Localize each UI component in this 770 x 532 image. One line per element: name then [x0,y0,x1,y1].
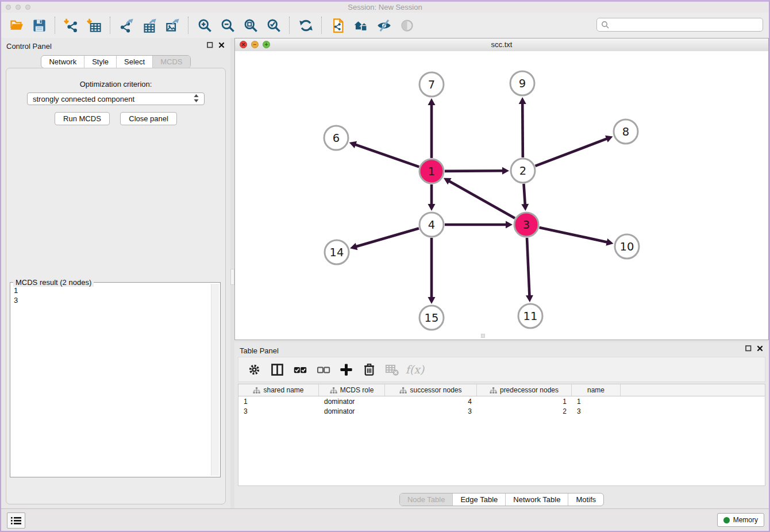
table-row[interactable]: 1dominator411 [238,396,765,406]
tab-edge-table[interactable]: Edge Table [452,494,505,506]
column-header-MCDS-role[interactable]: MCDS role [319,384,385,396]
edge-3-10[interactable] [539,228,608,242]
export-network-icon[interactable] [115,15,138,36]
import-network-icon[interactable] [60,15,83,36]
show-columns-icon[interactable] [267,360,287,379]
table-cell[interactable]: dominator [319,407,385,415]
apply-function-icon: f(x) [405,360,425,379]
canvas-handle[interactable] [481,334,485,338]
first-neighbors-icon[interactable] [349,15,372,36]
zoom-in-icon[interactable] [193,15,216,36]
close-table-panel-icon[interactable] [757,345,763,352]
network-maximize-icon[interactable]: + [263,41,270,48]
column-header-name[interactable]: name [572,384,621,396]
table-cell[interactable]: 4 [385,398,477,406]
table-row[interactable]: 3dominator323 [238,406,765,416]
float-table-panel-icon[interactable] [745,345,752,352]
optimization-criterion-label: Optimization criterion: [6,80,225,88]
tab-network[interactable]: Network [41,56,84,68]
table-cell[interactable]: 3 [238,407,319,415]
network-window-title: scc.txt [235,38,768,51]
edge-1-2[interactable] [445,171,504,171]
delete-table-icon [382,360,402,379]
clone-network-icon[interactable] [326,15,349,36]
node-label-7: 7 [428,78,435,91]
zoom-fit-icon[interactable] [239,15,262,36]
export-image-icon[interactable] [161,15,184,36]
zoom-out-icon[interactable] [216,15,239,36]
table-tabs: Node TableEdge TableNetwork TableMotifs [399,493,604,506]
float-panel-icon[interactable] [207,42,213,48]
mcds-result-line: 1 [14,286,209,295]
clear-all-checkboxes-icon[interactable] [313,360,333,379]
tab-mcds[interactable]: MCDS [152,56,190,68]
table-cell[interactable]: 1 [477,398,572,406]
add-column-icon[interactable] [336,360,356,379]
node-table: shared nameMCDS rolesuccessor nodesprede… [238,384,765,486]
edge-arrowhead [519,97,526,104]
edge-arrowhead [350,243,357,250]
table-cell[interactable]: 3 [385,407,477,415]
column-type-icon [399,387,407,394]
column-header-shared-name[interactable]: shared name [238,384,319,396]
search-input[interactable] [613,20,759,30]
select-all-checkboxes-icon[interactable] [290,360,310,379]
edge-3-11[interactable] [527,238,530,297]
column-type-icon [330,387,337,394]
column-header-predecessor-nodes[interactable]: predecessor nodes [477,384,572,396]
refresh-network-icon[interactable] [294,15,317,36]
open-session-icon[interactable] [5,15,28,36]
column-header-successor-nodes[interactable]: successor nodes [385,384,477,396]
table-toolbar: f(x) [238,357,765,382]
table-cell[interactable]: 2 [477,407,572,415]
network-close-icon[interactable]: ✕ [240,41,247,48]
edge-arrowhead [428,204,436,211]
tab-motifs[interactable]: Motifs [568,494,603,506]
delete-column-icon[interactable] [359,360,379,379]
task-history-button[interactable] [7,512,25,529]
export-table-icon[interactable] [138,15,161,36]
save-session-icon[interactable] [28,15,51,36]
node-label-8: 8 [622,125,629,138]
table-cell[interactable]: 1 [238,398,319,406]
toolbar-separator [188,17,189,34]
edge-1-6[interactable] [354,144,419,167]
memory-label: Memory [733,516,758,524]
edge-2-9[interactable] [522,102,523,157]
dropdown-arrows-icon [194,94,199,104]
toolbar-separator [110,17,111,34]
mcds-result-list[interactable]: 13 [11,284,211,476]
search-box[interactable] [596,18,763,32]
show-hide-graphics-icon[interactable] [372,15,395,36]
result-scrollbar[interactable] [211,284,219,476]
table-cell[interactable]: 3 [572,407,621,415]
run-mcds-button[interactable]: Run MCDS [55,112,110,125]
edge-2-3[interactable] [523,184,525,206]
edge-arrowhead [606,238,613,246]
window-title: Session: New Session [1,3,769,11]
node-label-10: 10 [620,240,634,253]
tab-node-table[interactable]: Node Table [400,494,453,506]
table-cell[interactable]: dominator [319,398,385,406]
edge-arrowhead [526,295,533,302]
tab-style[interactable]: Style [84,56,116,68]
zoom-selected-icon[interactable] [262,15,285,36]
edge-2-8[interactable] [536,138,609,166]
edge-4-14[interactable] [355,228,419,246]
edge-arrowhead [428,98,436,105]
network-canvas[interactable]: 1234678910111415 [235,51,768,340]
network-minimize-icon[interactable]: − [251,41,259,48]
memory-button[interactable]: Memory [717,513,764,527]
criterion-dropdown[interactable]: strongly connected component [27,92,205,105]
edge-3-1[interactable] [448,180,515,218]
tab-select[interactable]: Select [116,56,152,68]
close-panel-icon[interactable] [218,42,225,48]
splitter-handle[interactable] [230,269,234,285]
import-table-icon[interactable] [83,15,106,36]
close-panel-button[interactable]: Close panel [120,112,177,125]
network-window-titlebar[interactable]: ✕ − + scc.txt [235,38,768,52]
table-cell[interactable]: 1 [572,398,621,406]
column-settings-icon[interactable] [244,360,264,379]
memory-status-icon [723,517,730,523]
tab-network-table[interactable]: Network Table [505,494,568,506]
